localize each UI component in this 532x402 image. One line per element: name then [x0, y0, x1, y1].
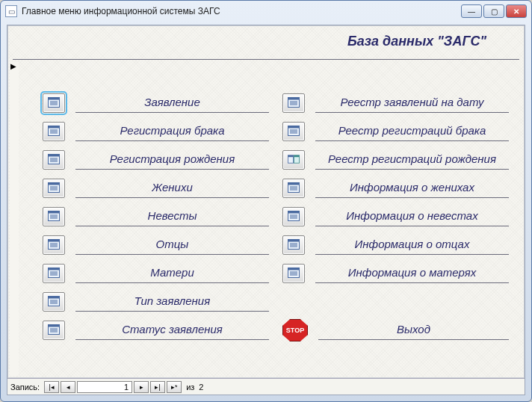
record-selector[interactable] [10, 62, 19, 376]
svg-rect-36 [49, 296, 60, 298]
svg-rect-51 [288, 126, 300, 128]
menu-row: Реестр регистраций рождения [282, 146, 509, 174]
menu-item-label[interactable]: Реестр заявлений на дату [315, 93, 509, 113]
menu-row: Информация о отцах [282, 231, 509, 259]
page-title: База данных "ЗАГС" [347, 34, 486, 49]
form-icon[interactable] [43, 235, 65, 255]
minimize-button[interactable]: — [461, 4, 482, 18]
menu-row [282, 288, 509, 316]
form-icon[interactable] [43, 207, 65, 226]
menu-row: Информация о матерях [282, 259, 509, 288]
svg-rect-16 [49, 182, 60, 185]
svg-rect-75 [288, 268, 300, 270]
menu-grid: ЗаявлениеРегистрация бракаРегистрация ро… [43, 89, 509, 344]
menu-row: Заявление [43, 89, 269, 117]
svg-rect-70 [288, 239, 300, 241]
svg-rect-31 [49, 268, 60, 270]
menu-row: Регистрация брака [43, 117, 269, 146]
menu-item-label[interactable]: Отцы [75, 235, 269, 255]
menu-item-label[interactable]: Информация о невестах [315, 207, 509, 226]
stop-icon[interactable]: STOP [282, 319, 308, 341]
nav-first-button[interactable]: |◂ [44, 381, 59, 393]
menu-item-label[interactable]: Информация о женихах [315, 179, 509, 198]
form-icon[interactable] [282, 207, 305, 226]
menu-item-label[interactable]: Женихи [75, 179, 269, 198]
menu-item-label[interactable]: Матери [75, 264, 269, 283]
menu-item-label[interactable]: Информация о матерях [315, 264, 509, 283]
maximize-button[interactable]: ▢ [483, 4, 504, 18]
form-icon[interactable] [43, 122, 65, 141]
menu-item-label[interactable]: Статус заявления [75, 321, 269, 340]
menu-row: Статус заявления [43, 316, 269, 344]
nav-next-button[interactable]: ▸ [134, 381, 149, 393]
report-icon[interactable] [282, 122, 305, 141]
form-body: База данных "ЗАГС" ЗаявлениеРегистрация … [7, 25, 525, 378]
record-label: Запись: [10, 383, 40, 392]
form-icon[interactable] [43, 93, 65, 113]
svg-rect-26 [49, 239, 60, 241]
of-label: из [186, 383, 194, 392]
form-icon[interactable] [43, 264, 65, 283]
menu-item-label[interactable]: Выход [318, 321, 509, 340]
divider [13, 59, 519, 60]
svg-rect-46 [288, 97, 300, 99]
report2-icon[interactable] [282, 150, 305, 170]
menu-item-label[interactable]: Реестр регистраций рождения [315, 150, 509, 170]
window-controls: — ▢ ✕ [461, 4, 527, 18]
svg-rect-58 [294, 155, 299, 156]
svg-rect-21 [49, 211, 60, 213]
nav-prev-button[interactable]: ◂ [61, 381, 75, 393]
window-title: Главное меню информационной системы ЗАГС [22, 6, 220, 16]
form-icon[interactable] [43, 292, 65, 312]
menu-row: Регистрация рождения [43, 146, 269, 174]
menu-row: Тип заявления [43, 288, 269, 316]
svg-rect-1 [49, 97, 60, 99]
record-total: 2 [199, 383, 203, 392]
form-icon[interactable] [43, 179, 65, 198]
form-content: База данных "ЗАГС" ЗаявлениеРегистрация … [7, 25, 525, 395]
form-icon[interactable] [282, 179, 305, 198]
report-icon[interactable] [282, 93, 305, 113]
form-icon[interactable] [43, 150, 65, 170]
menu-item-label[interactable]: Регистрация брака [75, 122, 269, 141]
nav-last-button[interactable]: ▸| [150, 381, 165, 393]
right-column: Реестр заявлений на датуРеестр регистрац… [282, 89, 509, 344]
menu-row: Женихи [43, 174, 269, 202]
record-number-input[interactable] [77, 381, 132, 393]
menu-row: Матери [43, 259, 269, 288]
svg-rect-41 [49, 324, 60, 327]
menu-item-label[interactable]: Тип заявления [75, 292, 269, 312]
menu-item-label[interactable]: Заявление [75, 93, 269, 113]
menu-row: STOPВыход [282, 316, 509, 344]
app-icon: ▭ [5, 5, 17, 17]
menu-item-label[interactable]: Реестр регистраций брака [315, 122, 509, 141]
menu-row: Информация о женихах [282, 174, 509, 202]
menu-row: Реестр заявлений на дату [282, 89, 509, 117]
left-column: ЗаявлениеРегистрация бракаРегистрация ро… [43, 89, 269, 344]
menu-row: Невесты [43, 202, 269, 231]
menu-item-label[interactable]: Невесты [75, 207, 269, 226]
menu-item-label[interactable]: Регистрация рождения [75, 150, 269, 170]
form-icon[interactable] [282, 264, 305, 283]
nav-new-button[interactable]: ▸* [167, 381, 182, 393]
svg-rect-11 [49, 154, 60, 156]
app-window: ▭ Главное меню информационной системы ЗА… [0, 0, 532, 402]
record-navigator: Запись: |◂ ◂ ▸ ▸| ▸* из 2 [7, 378, 525, 395]
svg-rect-60 [288, 182, 300, 185]
menu-row: Информация о невестах [282, 202, 509, 231]
close-button[interactable]: ✕ [506, 4, 527, 18]
menu-row: Реестр регистраций брака [282, 117, 509, 146]
form-icon[interactable] [282, 235, 305, 255]
menu-row: Отцы [43, 231, 269, 259]
svg-rect-56 [288, 155, 293, 156]
svg-rect-6 [49, 126, 60, 128]
svg-rect-65 [288, 211, 300, 213]
menu-item-label[interactable]: Информация о отцах [315, 235, 509, 255]
titlebar: ▭ Главное меню информационной системы ЗА… [1, 1, 531, 22]
form-icon[interactable] [43, 321, 65, 340]
